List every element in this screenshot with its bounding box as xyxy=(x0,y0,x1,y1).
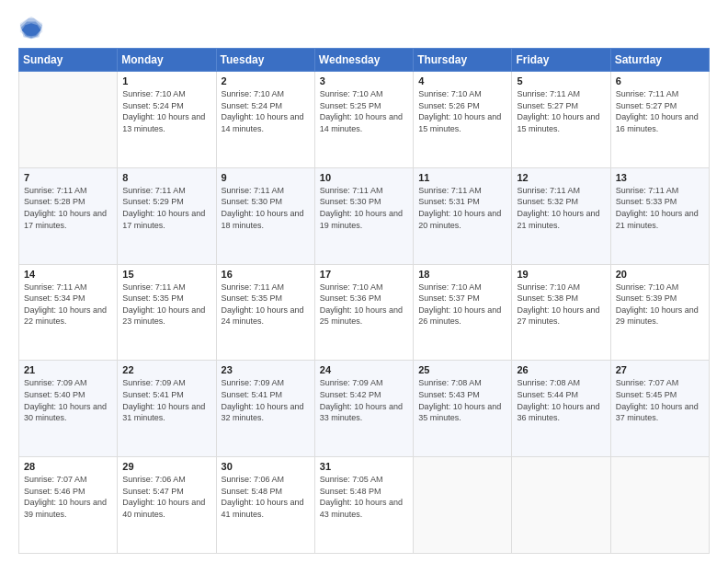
day-number: 16 xyxy=(222,269,310,280)
calendar-cell: 8Sunrise: 7:11 AMSunset: 5:29 PMDaylight… xyxy=(118,167,216,264)
day-info: Sunrise: 7:10 AMSunset: 5:24 PMDaylight:… xyxy=(222,88,310,134)
calendar-cell: 19Sunrise: 7:10 AMSunset: 5:38 PMDayligh… xyxy=(512,264,610,361)
calendar-cell: 15Sunrise: 7:11 AMSunset: 5:35 PMDayligh… xyxy=(118,264,216,361)
calendar-cell xyxy=(512,457,610,554)
day-number: 10 xyxy=(320,172,408,183)
calendar-cell: 13Sunrise: 7:11 AMSunset: 5:33 PMDayligh… xyxy=(610,167,709,264)
calendar-cell: 11Sunrise: 7:11 AMSunset: 5:31 PMDayligh… xyxy=(414,167,512,264)
day-number: 27 xyxy=(616,364,704,375)
calendar-cell: 12Sunrise: 7:11 AMSunset: 5:32 PMDayligh… xyxy=(512,167,610,264)
day-info: Sunrise: 7:07 AMSunset: 5:45 PMDaylight:… xyxy=(616,377,704,423)
day-number: 12 xyxy=(517,172,605,183)
day-number: 23 xyxy=(222,364,310,375)
day-info: Sunrise: 7:09 AMSunset: 5:42 PMDaylight:… xyxy=(320,377,408,423)
calendar-cell: 2Sunrise: 7:10 AMSunset: 5:24 PMDaylight… xyxy=(216,72,314,168)
day-info: Sunrise: 7:11 AMSunset: 5:27 PMDaylight:… xyxy=(616,88,704,134)
day-number: 5 xyxy=(517,75,605,86)
calendar-cell: 4Sunrise: 7:10 AMSunset: 5:26 PMDaylight… xyxy=(414,72,512,168)
day-info: Sunrise: 7:11 AMSunset: 5:30 PMDaylight:… xyxy=(222,185,310,231)
day-number: 28 xyxy=(24,461,112,472)
weekday-header-friday: Friday xyxy=(512,49,610,72)
calendar-cell: 26Sunrise: 7:08 AMSunset: 5:44 PMDayligh… xyxy=(512,361,610,457)
day-info: Sunrise: 7:11 AMSunset: 5:35 PMDaylight:… xyxy=(122,282,210,327)
week-row-0: 1Sunrise: 7:10 AMSunset: 5:24 PMDaylight… xyxy=(19,72,710,168)
day-number: 11 xyxy=(418,172,506,183)
calendar-cell: 29Sunrise: 7:06 AMSunset: 5:47 PMDayligh… xyxy=(118,457,216,554)
day-info: Sunrise: 7:10 AMSunset: 5:25 PMDaylight:… xyxy=(320,88,408,134)
day-info: Sunrise: 7:11 AMSunset: 5:29 PMDaylight:… xyxy=(122,185,210,231)
calendar-cell: 23Sunrise: 7:09 AMSunset: 5:41 PMDayligh… xyxy=(216,361,314,457)
day-number: 7 xyxy=(24,172,112,183)
day-info: Sunrise: 7:11 AMSunset: 5:35 PMDaylight:… xyxy=(222,282,310,327)
day-number: 20 xyxy=(616,269,704,280)
weekday-header-saturday: Saturday xyxy=(610,49,709,72)
day-info: Sunrise: 7:10 AMSunset: 5:37 PMDaylight:… xyxy=(418,282,506,327)
day-number: 21 xyxy=(24,364,112,375)
day-info: Sunrise: 7:09 AMSunset: 5:41 PMDaylight:… xyxy=(222,377,310,423)
calendar-cell: 14Sunrise: 7:11 AMSunset: 5:34 PMDayligh… xyxy=(19,264,118,361)
day-info: Sunrise: 7:11 AMSunset: 5:32 PMDaylight:… xyxy=(517,185,605,231)
calendar-cell: 9Sunrise: 7:11 AMSunset: 5:30 PMDaylight… xyxy=(216,167,314,264)
day-number: 30 xyxy=(222,461,310,472)
day-info: Sunrise: 7:11 AMSunset: 5:31 PMDaylight:… xyxy=(418,185,506,231)
calendar-cell: 28Sunrise: 7:07 AMSunset: 5:46 PMDayligh… xyxy=(19,457,118,554)
week-row-4: 28Sunrise: 7:07 AMSunset: 5:46 PMDayligh… xyxy=(19,457,710,554)
day-number: 19 xyxy=(517,269,605,280)
page: SundayMondayTuesdayWednesdayThursdayFrid… xyxy=(0,0,728,563)
calendar-cell: 3Sunrise: 7:10 AMSunset: 5:25 PMDaylight… xyxy=(314,72,413,168)
day-number: 31 xyxy=(320,461,408,472)
day-number: 4 xyxy=(418,75,506,86)
day-info: Sunrise: 7:11 AMSunset: 5:30 PMDaylight:… xyxy=(320,185,408,231)
day-number: 14 xyxy=(24,269,112,280)
day-info: Sunrise: 7:08 AMSunset: 5:44 PMDaylight:… xyxy=(517,377,605,423)
day-number: 17 xyxy=(320,269,408,280)
day-number: 8 xyxy=(122,172,210,183)
header xyxy=(18,15,710,40)
day-number: 3 xyxy=(320,75,408,86)
weekday-header-monday: Monday xyxy=(118,49,216,72)
week-row-2: 14Sunrise: 7:11 AMSunset: 5:34 PMDayligh… xyxy=(19,264,710,361)
calendar-cell xyxy=(414,457,512,554)
day-number: 1 xyxy=(122,75,210,86)
calendar-cell: 17Sunrise: 7:10 AMSunset: 5:36 PMDayligh… xyxy=(314,264,413,361)
day-number: 15 xyxy=(122,269,210,280)
calendar-cell: 16Sunrise: 7:11 AMSunset: 5:35 PMDayligh… xyxy=(216,264,314,361)
calendar-cell: 7Sunrise: 7:11 AMSunset: 5:28 PMDaylight… xyxy=(19,167,118,264)
week-row-1: 7Sunrise: 7:11 AMSunset: 5:28 PMDaylight… xyxy=(19,167,710,264)
calendar-cell: 22Sunrise: 7:09 AMSunset: 5:41 PMDayligh… xyxy=(118,361,216,457)
day-number: 6 xyxy=(616,75,704,86)
day-number: 9 xyxy=(222,172,310,183)
calendar-cell: 10Sunrise: 7:11 AMSunset: 5:30 PMDayligh… xyxy=(314,167,413,264)
day-number: 18 xyxy=(418,269,506,280)
calendar-cell xyxy=(19,72,118,168)
day-info: Sunrise: 7:10 AMSunset: 5:38 PMDaylight:… xyxy=(517,282,605,327)
weekday-header-thursday: Thursday xyxy=(414,49,512,72)
calendar-cell: 18Sunrise: 7:10 AMSunset: 5:37 PMDayligh… xyxy=(414,264,512,361)
calendar-cell: 27Sunrise: 7:07 AMSunset: 5:45 PMDayligh… xyxy=(610,361,709,457)
calendar-cell: 20Sunrise: 7:10 AMSunset: 5:39 PMDayligh… xyxy=(610,264,709,361)
weekday-header-sunday: Sunday xyxy=(19,49,118,72)
calendar-cell: 25Sunrise: 7:08 AMSunset: 5:43 PMDayligh… xyxy=(414,361,512,457)
day-number: 2 xyxy=(222,75,310,86)
day-info: Sunrise: 7:08 AMSunset: 5:43 PMDaylight:… xyxy=(418,377,506,423)
week-row-3: 21Sunrise: 7:09 AMSunset: 5:40 PMDayligh… xyxy=(19,361,710,457)
day-info: Sunrise: 7:07 AMSunset: 5:46 PMDaylight:… xyxy=(24,474,112,520)
day-info: Sunrise: 7:05 AMSunset: 5:48 PMDaylight:… xyxy=(320,474,408,520)
day-info: Sunrise: 7:11 AMSunset: 5:34 PMDaylight:… xyxy=(24,282,112,327)
calendar-cell: 6Sunrise: 7:11 AMSunset: 5:27 PMDaylight… xyxy=(610,72,709,168)
day-number: 13 xyxy=(616,172,704,183)
day-info: Sunrise: 7:10 AMSunset: 5:39 PMDaylight:… xyxy=(616,282,704,327)
calendar-cell xyxy=(610,457,709,554)
logo-icon xyxy=(18,15,44,40)
weekday-header-row: SundayMondayTuesdayWednesdayThursdayFrid… xyxy=(19,49,710,72)
weekday-header-tuesday: Tuesday xyxy=(216,49,314,72)
day-number: 22 xyxy=(122,364,210,375)
calendar-cell: 30Sunrise: 7:06 AMSunset: 5:48 PMDayligh… xyxy=(216,457,314,554)
weekday-header-wednesday: Wednesday xyxy=(314,49,413,72)
logo xyxy=(18,15,48,40)
day-number: 25 xyxy=(418,364,506,375)
calendar-cell: 5Sunrise: 7:11 AMSunset: 5:27 PMDaylight… xyxy=(512,72,610,168)
calendar-cell: 31Sunrise: 7:05 AMSunset: 5:48 PMDayligh… xyxy=(314,457,413,554)
day-info: Sunrise: 7:10 AMSunset: 5:36 PMDaylight:… xyxy=(320,282,408,327)
day-info: Sunrise: 7:11 AMSunset: 5:28 PMDaylight:… xyxy=(24,185,112,231)
